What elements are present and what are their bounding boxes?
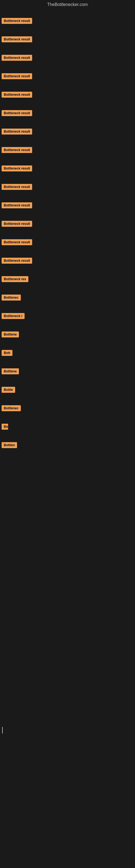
- bottleneck-tag[interactable]: Bottleneck result: [2, 36, 32, 42]
- bottleneck-tag[interactable]: Bottleneck result: [2, 110, 32, 116]
- bottleneck-tag[interactable]: Bottleneck r: [2, 313, 25, 319]
- bottleneck-tag[interactable]: Bottleneck result: [2, 221, 32, 227]
- result-row[interactable]: Bottleneck result: [1, 84, 135, 102]
- page-wrapper: TheBottlenecker.com Bottleneck resultBot…: [0, 0, 135, 453]
- result-row[interactable]: Bottleneck result: [1, 158, 135, 176]
- bottleneck-tag[interactable]: Bo: [2, 424, 8, 430]
- result-row[interactable]: Bottleneck result: [1, 231, 135, 250]
- result-row[interactable]: Bottlene: [1, 324, 135, 342]
- result-row[interactable]: Bottleneck result: [1, 10, 135, 29]
- result-row[interactable]: Bottleneck result: [1, 213, 135, 231]
- result-row[interactable]: Bottleneck result: [1, 140, 135, 158]
- bottleneck-tag[interactable]: Bottleneck res: [2, 276, 28, 282]
- result-row[interactable]: Bott: [1, 342, 135, 361]
- bottleneck-tag[interactable]: Bottle: [2, 387, 15, 393]
- bottleneck-tag[interactable]: Bottleneck result: [2, 18, 32, 24]
- result-row[interactable]: Bottleneck result: [1, 29, 135, 47]
- bottleneck-tag[interactable]: Bottleneck result: [2, 165, 32, 172]
- result-row[interactable]: Bottlenec: [1, 398, 135, 416]
- result-row[interactable]: Bottleneck result: [1, 250, 135, 269]
- result-row[interactable]: Bottleneck result: [1, 102, 135, 121]
- bottleneck-tag[interactable]: Bottleneck result: [2, 129, 32, 134]
- result-row[interactable]: Bottlenec: [1, 287, 135, 305]
- rows-container: Bottleneck resultBottleneck resultBottle…: [0, 10, 135, 453]
- result-row[interactable]: Bottle: [1, 379, 135, 398]
- cursor-indicator: [2, 727, 3, 734]
- bottleneck-tag[interactable]: Bottlene: [2, 368, 19, 374]
- result-row[interactable]: Bottlen: [1, 435, 135, 453]
- result-row[interactable]: Bottleneck r: [1, 305, 135, 324]
- bottleneck-tag[interactable]: Bottlenec: [2, 405, 21, 411]
- result-row[interactable]: Bottleneck res: [1, 269, 135, 287]
- bottleneck-tag[interactable]: Bottleneck result: [2, 73, 32, 79]
- bottleneck-tag[interactable]: Bottleneck result: [2, 147, 32, 153]
- result-row[interactable]: Bo: [1, 416, 135, 435]
- site-title: TheBottlenecker.com: [0, 0, 135, 10]
- bottleneck-tag[interactable]: Bottleneck result: [2, 239, 32, 245]
- result-row[interactable]: Bottleneck result: [1, 176, 135, 195]
- bottleneck-tag[interactable]: Bottlen: [2, 442, 17, 448]
- bottleneck-tag[interactable]: Bottleneck result: [2, 203, 32, 208]
- bottleneck-tag[interactable]: Bottleneck result: [2, 258, 32, 264]
- result-row[interactable]: Bottleneck result: [1, 66, 135, 84]
- bottleneck-tag[interactable]: Bottleneck result: [2, 184, 32, 190]
- bottleneck-tag[interactable]: Bott: [2, 350, 12, 356]
- bottleneck-tag[interactable]: Bottleneck result: [2, 55, 32, 61]
- result-row[interactable]: Bottleneck result: [1, 47, 135, 66]
- bottleneck-tag[interactable]: Bottlenec: [2, 294, 21, 301]
- bottleneck-tag[interactable]: Bottlene: [2, 332, 19, 337]
- result-row[interactable]: Bottleneck result: [1, 121, 135, 140]
- result-row[interactable]: Bottleneck result: [1, 195, 135, 213]
- result-row[interactable]: Bottlene: [1, 361, 135, 379]
- bottleneck-tag[interactable]: Bottleneck result: [2, 92, 32, 98]
